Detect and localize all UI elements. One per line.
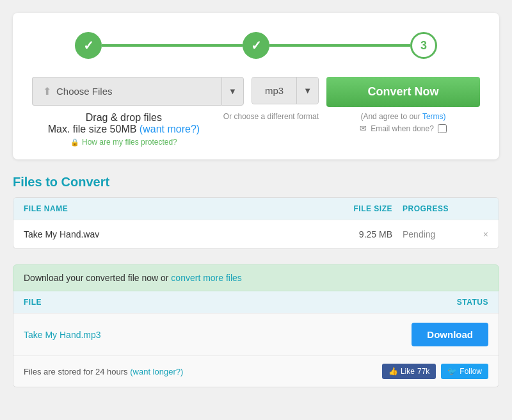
dcol-header-file: FILE [24, 298, 360, 307]
step-1-check: ✓ [83, 38, 94, 53]
protected-text: 🔒 How are my files protected? [32, 138, 216, 147]
format-subtext: Or choose a different format [223, 112, 319, 147]
main-container: ✓ ✓ 3 ⬆ Choose Files ▼ [13, 13, 499, 387]
step-2-check: ✓ [251, 38, 262, 53]
twitter-follow-button[interactable]: 🐦 Follow [441, 364, 488, 379]
convert-more-link[interactable]: convert more files [171, 273, 241, 283]
step-3-label: 3 [420, 39, 427, 52]
download-btn-label: Download [427, 329, 473, 340]
convert-subtext: (And agree to our Terms) ✉ Email when do… [326, 112, 480, 147]
download-notice: Download your converted file now or conv… [13, 264, 499, 291]
want-longer-link[interactable]: (want longer?) [130, 367, 183, 376]
step-3-circle: 3 [410, 32, 437, 59]
format-value: mp3 [252, 77, 296, 104]
convert-btn-label: Convert Now [367, 85, 438, 98]
dcol-header-status: STATUS [360, 298, 488, 307]
step-line-1 [102, 44, 243, 47]
files-section-title: Files to Convert [13, 175, 499, 190]
step-1-circle: ✓ [75, 32, 102, 59]
table-row: Take My Hand.wav 9.25 MB Pending × [13, 220, 499, 248]
terms-link[interactable]: Terms) [422, 112, 446, 121]
download-section: Download your converted file now or conv… [13, 264, 499, 387]
lock-icon: 🔒 [70, 138, 79, 147]
format-select: mp3 ▼ [252, 77, 319, 104]
file-size-cell: 9.25 MB [335, 229, 392, 239]
thumb-icon: 👍 [388, 367, 398, 376]
social-buttons: 👍 Like 77k 🐦 Follow [382, 364, 488, 379]
drag-drop-text: Drag & drop files [32, 112, 216, 124]
storage-row: Files are stored for 24 hours (want long… [13, 355, 499, 387]
email-checkbox[interactable] [438, 124, 447, 133]
want-more-link[interactable]: (want more?) [140, 124, 200, 134]
download-button[interactable]: Download [412, 323, 488, 346]
tw-follow-label: Follow [460, 367, 482, 376]
email-label: Email when done? [371, 124, 434, 133]
file-remove-button[interactable]: × [469, 229, 488, 239]
steps-container: ✓ ✓ 3 [32, 32, 480, 59]
fb-count: 77k [417, 367, 429, 376]
format-dropdown-icon: ▼ [303, 86, 312, 95]
col-header-name: FILE NAME [24, 204, 335, 213]
format-dropdown-button[interactable]: ▼ [296, 77, 318, 104]
fb-like-label: Like [401, 367, 415, 376]
choose-files-button[interactable]: ⬆ Choose Files [32, 77, 221, 106]
download-table-header: FILE STATUS [13, 291, 499, 313]
col-header-progress: PROGRESS [392, 204, 469, 213]
how-protected-link[interactable]: How are my files protected? [82, 138, 177, 147]
controls-row: ⬆ Choose Files ▼ mp3 ▼ Convert Now [32, 77, 480, 107]
converter-card: ✓ ✓ 3 ⬆ Choose Files ▼ [13, 13, 499, 159]
choose-files-dropdown[interactable]: ▼ [221, 77, 244, 106]
email-row: ✉ Email when done? [326, 124, 480, 133]
controls-subtext: Drag & drop files Max. file size 50MB (w… [32, 112, 480, 147]
choose-files-label: Choose Files [56, 86, 113, 97]
choose-subtext: Drag & drop files Max. file size 50MB (w… [32, 112, 216, 147]
storage-text: Files are stored for 24 hours (want long… [24, 367, 183, 376]
col-header-action [469, 204, 488, 213]
convert-now-button[interactable]: Convert Now [326, 77, 480, 107]
choose-dropdown-icon: ▼ [228, 86, 237, 96]
files-to-convert-section: Files to Convert FILE NAME FILE SIZE PRO… [13, 175, 499, 249]
download-filename[interactable]: Take My Hand.mp3 [24, 330, 412, 340]
col-header-size: FILE SIZE [335, 204, 392, 213]
download-row: Take My Hand.mp3 Download [13, 313, 499, 355]
mail-icon: ✉ [360, 124, 367, 133]
files-table-header: FILE NAME FILE SIZE PROGRESS [13, 198, 499, 220]
choose-files-group: ⬆ Choose Files ▼ [32, 77, 244, 106]
file-progress-cell: Pending [392, 229, 469, 239]
upload-icon: ⬆ [43, 85, 51, 97]
download-table: FILE STATUS Take My Hand.mp3 Download Fi… [13, 291, 499, 387]
max-size-text: Max. file size 50MB (want more?) [32, 124, 216, 135]
step-2-circle: ✓ [243, 32, 269, 59]
facebook-like-button[interactable]: 👍 Like 77k [382, 364, 436, 379]
file-name-cell: Take My Hand.wav [24, 229, 335, 239]
format-group: mp3 ▼ [252, 77, 319, 104]
step-line-2 [269, 44, 410, 47]
bird-icon: 🐦 [447, 367, 457, 376]
files-table: FILE NAME FILE SIZE PROGRESS Take My Han… [13, 197, 499, 249]
